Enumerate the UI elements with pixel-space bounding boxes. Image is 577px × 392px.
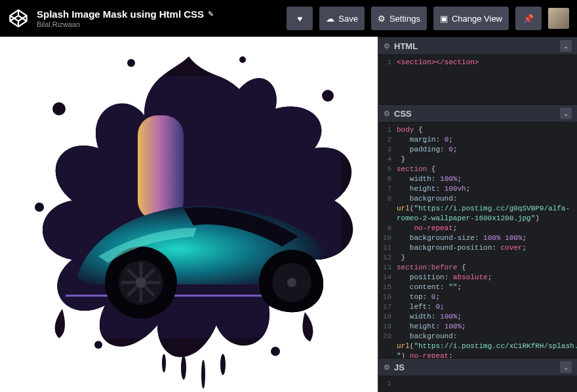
line-number [378, 351, 397, 358]
line-number: 6 [378, 174, 397, 184]
code-line[interactable]: ") no-repeat; [378, 351, 577, 358]
code-line[interactable]: 7 height: 100vh; [378, 184, 577, 194]
line-number: 16 [378, 292, 397, 302]
code-line[interactable]: 12 } [378, 253, 577, 263]
cloud-icon: ☁ [326, 14, 334, 24]
code-content: left: 0; [397, 302, 577, 312]
line-number [378, 204, 397, 214]
code-line[interactable]: 4 } [378, 155, 577, 165]
line-number: 14 [378, 273, 397, 283]
line-number: 20 [378, 332, 397, 342]
code-line[interactable]: 1<section></section> [378, 58, 577, 68]
gear-icon[interactable]: ⚙ [384, 42, 390, 50]
svg-point-5 [271, 347, 280, 356]
code-content: content: ""; [397, 283, 577, 292]
html-panel-label: HTML [394, 41, 418, 51]
code-line[interactable]: romeo-2-wallpaper-1600x1200.jpg") [378, 214, 577, 224]
line-number: 5 [378, 165, 397, 174]
html-editor[interactable]: 1<section></section> [378, 55, 577, 104]
code-content: height: 100vh; [397, 184, 577, 194]
avatar[interactable] [548, 8, 569, 29]
header-bar: Splash Image Mask using Html CSS ✎ Bilal… [0, 0, 577, 37]
svg-point-0 [52, 102, 66, 115]
author-name[interactable]: Bilal.Rizwaan [37, 20, 214, 28]
line-number: 15 [378, 283, 397, 292]
js-panel-label: JS [394, 363, 405, 372]
svg-point-6 [181, 356, 186, 380]
code-line[interactable]: 6 width: 100%; [378, 174, 577, 184]
code-content: background: [397, 332, 577, 342]
code-line[interactable]: 13section:before { [378, 263, 577, 273]
edit-title-icon[interactable]: ✎ [208, 10, 214, 18]
code-line[interactable]: url("https://i.postimg.cc/g0qSVBP9/alfa- [378, 204, 577, 214]
codepen-logo[interactable] [8, 8, 29, 29]
change-view-button[interactable]: ▣ Change View [433, 7, 509, 30]
code-line[interactable]: 3 padding: 0; [378, 145, 577, 155]
code-content: background-size: 100% 100%; [397, 233, 577, 243]
code-line[interactable]: 2 margin: 0; [378, 135, 577, 145]
code-line[interactable]: 20 background: [378, 332, 577, 342]
code-line[interactable]: 15 content: ""; [378, 283, 577, 292]
css-editor[interactable]: 1body {2 margin: 0;3 padding: 0;4 }5sect… [378, 123, 577, 358]
line-number: 1 [378, 125, 397, 135]
code-line[interactable]: 1 [378, 379, 577, 389]
code-content [397, 379, 577, 389]
code-line[interactable]: 19 height: 100%; [378, 322, 577, 332]
js-editor[interactable]: 1 [378, 376, 577, 392]
code-content: height: 100%; [397, 322, 577, 332]
line-number: 2 [378, 135, 397, 145]
code-content: ") no-repeat; [397, 351, 577, 358]
code-line[interactable]: url("https://i.postimg.cc/xC1RKfRH/splas… [378, 342, 577, 351]
code-content: url("https://i.postimg.cc/g0qSVBP9/alfa- [397, 204, 577, 214]
code-content: padding: 0; [397, 145, 577, 155]
line-number: 8 [378, 194, 397, 204]
line-number: 13 [378, 263, 397, 273]
line-number: 12 [378, 253, 397, 263]
code-line[interactable]: 18 width: 100%; [378, 312, 577, 322]
title-block: Splash Image Mask using Html CSS ✎ Bilal… [37, 9, 214, 28]
pen-title: Splash Image Mask using Html CSS [37, 9, 204, 20]
change-view-label: Change View [452, 14, 502, 24]
pin-button[interactable]: 📌 [515, 7, 542, 30]
save-button[interactable]: ☁ Save [319, 7, 365, 30]
code-line[interactable]: 14 position: absolute; [378, 273, 577, 283]
chevron-down-icon[interactable]: ⌄ [560, 40, 572, 52]
svg-point-23 [287, 278, 296, 287]
code-line[interactable]: 1body { [378, 125, 577, 135]
code-line[interactable]: 11 background-position: cover; [378, 243, 577, 253]
svg-point-8 [162, 354, 166, 372]
code-content: width: 100%; [397, 312, 577, 322]
gear-icon[interactable]: ⚙ [384, 109, 390, 118]
code-line[interactable]: 10 background-size: 100% 100%; [378, 233, 577, 243]
code-content: no-repeat; [397, 224, 577, 233]
code-line[interactable]: 16 top: 0; [378, 292, 577, 302]
code-content: background: [397, 194, 577, 204]
js-panel-header[interactable]: ⚙ JS ⌄ [378, 358, 577, 376]
line-number: 19 [378, 322, 397, 332]
css-panel-label: CSS [394, 109, 412, 119]
chevron-down-icon[interactable]: ⌄ [560, 361, 572, 373]
line-number: 1 [378, 58, 397, 68]
code-content: section:before { [397, 263, 577, 273]
code-line[interactable]: 5section { [378, 165, 577, 174]
css-panel: ⚙ CSS ⌄ 1body {2 margin: 0;3 padding: 0;… [378, 104, 577, 358]
code-content: section { [397, 165, 577, 174]
settings-button[interactable]: ⚙ Settings [371, 7, 427, 30]
gear-icon[interactable]: ⚙ [384, 363, 390, 372]
main-area: ⚙ HTML ⌄ 1<section></section> ⚙ CSS ⌄ 1b… [0, 37, 577, 392]
preview-pane [0, 37, 378, 392]
svg-point-11 [239, 56, 246, 63]
html-panel: ⚙ HTML ⌄ 1<section></section> [378, 37, 577, 104]
line-number: 7 [378, 184, 397, 194]
css-panel-header[interactable]: ⚙ CSS ⌄ [378, 104, 577, 123]
svg-point-1 [35, 203, 44, 212]
code-line[interactable]: 17 left: 0; [378, 302, 577, 312]
code-line[interactable]: 8 background: [378, 194, 577, 204]
chevron-down-icon[interactable]: ⌄ [560, 108, 572, 119]
html-panel-header[interactable]: ⚙ HTML ⌄ [378, 37, 577, 55]
svg-point-2 [322, 90, 334, 102]
svg-point-20 [136, 277, 146, 288]
code-line[interactable]: 9 no-repeat; [378, 224, 577, 233]
line-number: 4 [378, 155, 397, 165]
like-button[interactable]: ♥ [287, 7, 313, 30]
